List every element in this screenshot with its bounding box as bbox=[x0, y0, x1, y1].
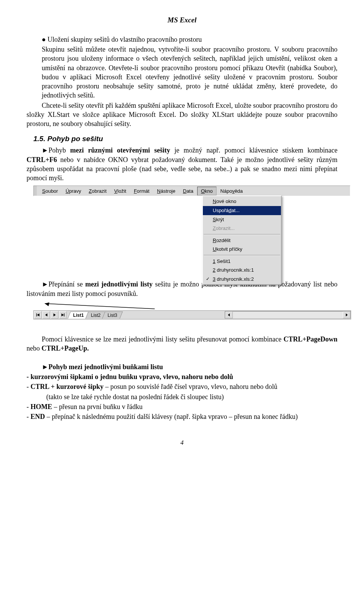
tab-nav-next-button[interactable] bbox=[51, 311, 58, 319]
sheet-tab-list3[interactable]: List3 bbox=[102, 312, 123, 319]
pointer-arrow-icon bbox=[33, 302, 162, 310]
tab-nav-prev-button[interactable] bbox=[42, 311, 50, 319]
marker: ►Přepínání se bbox=[42, 280, 85, 288]
nav-next-icon bbox=[53, 313, 56, 317]
dash: - bbox=[27, 383, 31, 390]
figure-menu-okno: Soubor Úpravy Zobrazit Vložit Formát Nás… bbox=[33, 186, 350, 196]
dash: - bbox=[27, 403, 31, 411]
sheet-tab-label: List1 bbox=[73, 312, 84, 319]
svg-marker-2 bbox=[37, 313, 39, 316]
horizontal-scrollbar[interactable] bbox=[225, 311, 351, 319]
svg-line-0 bbox=[45, 304, 155, 309]
dropdown-item-nove-okno[interactable]: Nové okno bbox=[203, 197, 281, 206]
paragraph-prepinani-listy: ►Přepínání se mezi jednotlivými listy se… bbox=[27, 280, 337, 298]
list-item-ctrl-arrows: - CTRL + kurzorové šipky – posun po souv… bbox=[35, 382, 337, 391]
text-fragment: – přesun na první buňku v řádku bbox=[52, 403, 143, 411]
dropdown-item-window-2[interactable]: 2 druhyrocnik.xls:1 bbox=[203, 266, 281, 275]
tab-nav-first-button[interactable] bbox=[34, 311, 42, 319]
dropdown-item-window-1[interactable]: 1 Sešit1 bbox=[203, 257, 281, 266]
menu-grip-icon bbox=[34, 186, 37, 196]
menu-item-napoveda[interactable]: Nápověda bbox=[217, 187, 246, 196]
chevron-right-icon bbox=[345, 313, 348, 316]
paragraph-workspace-1: Skupinu sešitů můžete otevřít najednou, … bbox=[42, 45, 337, 100]
kbd-ctrl-pageup: CTRL+PageUp. bbox=[42, 345, 89, 352]
kbd-ctrl-f6: CTRL+F6 bbox=[27, 156, 57, 164]
list-item-arrows: - kurzorovými šipkami o jednu buňku vpra… bbox=[35, 372, 337, 381]
nav-prev-icon bbox=[44, 313, 48, 317]
scroll-right-button[interactable] bbox=[343, 312, 350, 318]
chevron-left-icon bbox=[228, 313, 231, 316]
list-item-home: - HOME – přesun na první buňku v řádku bbox=[35, 402, 337, 411]
dropdown-item-window-3[interactable]: ✓3 druhyrocnik.xls:2 bbox=[203, 275, 281, 284]
menu-item-vlozit[interactable]: Vložit bbox=[110, 187, 130, 196]
svg-marker-8 bbox=[228, 313, 230, 316]
menu-item-format[interactable]: Formát bbox=[130, 187, 153, 196]
menu-bar: Soubor Úpravy Zobrazit Vložit Formát Nás… bbox=[33, 186, 350, 196]
dash: - bbox=[27, 413, 31, 420]
svg-marker-5 bbox=[53, 313, 56, 316]
sheet-tab-label: List3 bbox=[108, 312, 117, 319]
paragraph-pohyb-sesity: ►Pohyb mezi různými otevřenými sešity je… bbox=[27, 146, 337, 182]
list-item-end: - END – přepínač k následnému použití da… bbox=[35, 412, 337, 421]
sheet-tab-label: List2 bbox=[91, 312, 100, 319]
kbd-ctrl-arrows: CTRL + kurzorové šipky bbox=[31, 383, 104, 390]
text-fragment: nebo bbox=[27, 345, 42, 352]
marker: ►Pohyb bbox=[42, 146, 70, 154]
kbd-end: END bbox=[31, 413, 45, 420]
tab-nav-last-button[interactable] bbox=[59, 311, 67, 319]
svg-rect-3 bbox=[36, 313, 37, 316]
dropdown-separator bbox=[204, 255, 280, 256]
bullet-save-workspace: ● Uložení skupiny sešitů do vlastního pr… bbox=[42, 35, 337, 44]
kbd-ctrl-pagedown: CTRL+PageDown bbox=[284, 335, 337, 343]
dropdown-item-zobrazit: Zobrazit... bbox=[203, 224, 281, 233]
menu-item-data[interactable]: Data bbox=[179, 187, 197, 196]
figure-sheet-tabs: List1 List2 List3 bbox=[33, 302, 350, 319]
checkmark-icon: ✓ bbox=[206, 276, 210, 282]
scroll-left-button[interactable] bbox=[225, 312, 233, 318]
nav-last-icon bbox=[61, 313, 65, 317]
svg-marker-4 bbox=[45, 313, 47, 316]
svg-marker-6 bbox=[61, 313, 64, 316]
section-title-pohyb: 1.5. Pohyb po sešitu bbox=[33, 134, 337, 144]
svg-rect-7 bbox=[64, 313, 65, 316]
text-fragment: je možný např. pomocí klávesnice stiskem… bbox=[170, 146, 337, 154]
sheet-tabs-bar: List1 List2 List3 bbox=[33, 310, 351, 319]
nav-first-icon bbox=[36, 313, 40, 317]
paragraph-workspace-2: Chcete-li sešity otevřít při každém spuš… bbox=[27, 101, 337, 129]
page-number: 4 bbox=[27, 439, 337, 447]
bold-fragment: mezi různými otevřenými sešity bbox=[70, 146, 170, 154]
page-header: MS Excel bbox=[27, 15, 337, 25]
dropdown-item-usporadat[interactable]: Uspořádat... bbox=[203, 206, 281, 215]
dropdown-item-skryt[interactable]: Skrýt bbox=[203, 215, 281, 224]
menu-item-zobrazit[interactable]: Zobrazit bbox=[85, 187, 110, 196]
paragraph-pohyb-bunky-title: ►Pohyb mezi jednotlivými buňkami listu bbox=[27, 362, 337, 371]
dropdown-okno: Nové okno Uspořádat... Skrýt Zobrazit...… bbox=[202, 195, 282, 285]
kbd-home: HOME bbox=[31, 403, 52, 411]
menu-item-nastroje[interactable]: Nástroje bbox=[153, 187, 179, 196]
svg-marker-9 bbox=[346, 313, 348, 316]
menu-item-okno[interactable]: Okno bbox=[197, 187, 217, 196]
paragraph-keyboard-tabs: Pomocí klávesnice se lze mezi jednotlivý… bbox=[27, 335, 337, 353]
list-item-ctrl-arrows-note: (takto se lze také rychle dostat na posl… bbox=[46, 392, 337, 401]
dropdown-item-rozdelit[interactable]: Rozdělit bbox=[203, 236, 281, 245]
text-fragment: – posun po souvislé řadě čísel vpravo, v… bbox=[104, 383, 277, 390]
text-fragment: – přepínač k následnému použití další kl… bbox=[45, 413, 298, 420]
menu-item-upravy[interactable]: Úpravy bbox=[62, 187, 85, 196]
menu-item-soubor[interactable]: Soubor bbox=[38, 187, 62, 196]
dropdown-item-ukotvit[interactable]: Ukotvit příčky bbox=[203, 245, 281, 254]
dropdown-separator bbox=[204, 234, 280, 235]
text-fragment: Pomocí klávesnice se lze mezi jednotlivý… bbox=[42, 335, 284, 343]
svg-marker-1 bbox=[45, 302, 49, 306]
text-fragment: nebo v nabídce OKNO vybrat požadovaný do… bbox=[27, 156, 337, 182]
bold-fragment: mezi jednotlivými listy bbox=[85, 280, 153, 288]
